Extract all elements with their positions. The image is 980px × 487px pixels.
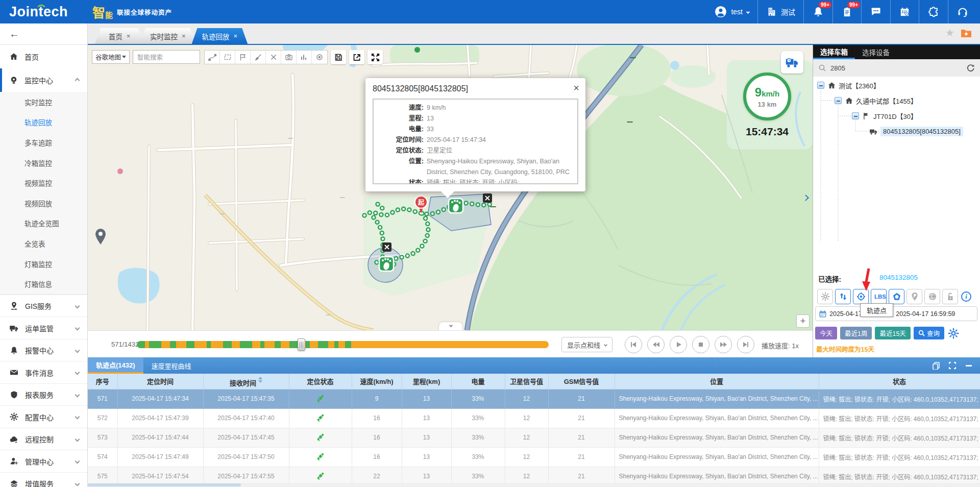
refresh-icon[interactable]: [966, 64, 975, 72]
slider-handle[interactable]: [298, 338, 305, 351]
sidebar-submenu-item[interactable]: 灯箱信息: [0, 274, 87, 294]
track-tool-button[interactable]: i: [960, 289, 972, 304]
right-panel-tab[interactable]: 选择设备: [855, 45, 897, 59]
flag-marker-button[interactable]: [235, 51, 251, 64]
draw-route-button[interactable]: [205, 51, 220, 64]
page-tab[interactable]: 首页×: [95, 28, 144, 44]
column-header[interactable]: 接收时间: [203, 374, 289, 389]
map-search-input[interactable]: 智能搜索: [133, 50, 200, 64]
column-header[interactable]: 速度(km/h): [352, 374, 402, 389]
selected-device-link[interactable]: 8045132805: [879, 274, 918, 281]
clear-draw-button[interactable]: [251, 51, 266, 64]
support-button[interactable]: [948, 0, 980, 23]
sidebar-submenu-item[interactable]: 实时监控: [0, 92, 87, 112]
sidebar-submenu-item[interactable]: 视频监控: [0, 173, 87, 193]
table-row[interactable]: 574 2025-04-17 15:47:49 2025-04-17 15:47…: [88, 447, 980, 467]
quick-range-button[interactable]: 最近15天: [875, 327, 910, 339]
page-tab[interactable]: 实时监控×: [140, 28, 196, 44]
right-panel-tab[interactable]: 选择车箱: [813, 45, 855, 59]
fast-forward-button[interactable]: [715, 336, 732, 353]
sidebar-submenu-item[interactable]: 视频回放: [0, 193, 87, 213]
skip-start-button[interactable]: [625, 336, 642, 353]
sidebar-group-item[interactable]: 管理中心: [0, 450, 87, 472]
fullscreen-icon[interactable]: [948, 361, 957, 370]
sidebar-group-item[interactable]: 远程控制: [0, 428, 87, 450]
sidebar-group-item[interactable]: 报表服务: [0, 383, 87, 406]
horizontal-scrollbar[interactable]: [88, 483, 980, 487]
fullscreen-map-button[interactable]: [368, 50, 383, 64]
sidebar-group-item[interactable]: GIS服务: [0, 295, 87, 317]
column-header[interactable]: GSM信号值: [548, 374, 615, 389]
date-range-input[interactable]: 2025-04-17 00:00:00 - 2025-04-17 16:59:5…: [815, 306, 977, 321]
query-button[interactable]: 查询: [914, 327, 944, 339]
search-input[interactable]: 2805: [830, 64, 966, 72]
sidebar-item-monitor-center[interactable]: 监控中心: [0, 68, 87, 92]
chart-button[interactable]: [297, 51, 312, 64]
track-tool-button[interactable]: [835, 289, 851, 304]
quick-range-button[interactable]: 今天: [815, 327, 837, 339]
tree-node[interactable]: JT701D【30】: [813, 108, 980, 124]
track-tool-button[interactable]: LBS: [871, 289, 887, 304]
sidebar-group-item[interactable]: 报警中心: [0, 339, 87, 361]
close-tab-icon[interactable]: ×: [127, 32, 131, 40]
screenshot-button[interactable]: [281, 51, 297, 64]
sidebar-item-home[interactable]: 首页: [0, 45, 87, 68]
schedule-button[interactable]: [891, 0, 919, 23]
collapse-map-button[interactable]: [439, 322, 462, 330]
messages-button[interactable]: [862, 0, 890, 23]
sidebar-submenu-item[interactable]: 多车追踪: [0, 132, 87, 153]
tasks-button[interactable]: 99+: [833, 0, 861, 23]
user-menu[interactable]: test: [706, 0, 757, 23]
column-header[interactable]: 里程(km): [402, 374, 451, 389]
playback-slider[interactable]: [137, 341, 549, 348]
close-tab-icon[interactable]: ×: [234, 32, 238, 40]
map-type-select[interactable]: 谷歌地图: [92, 50, 130, 64]
bottom-tab[interactable]: 速度里程曲线: [143, 357, 200, 374]
tree-node[interactable]: 测试【2360】: [813, 78, 980, 93]
display-mode-select[interactable]: 显示点和线: [561, 337, 612, 352]
column-header[interactable]: 定位时间: [117, 374, 203, 389]
sidebar-submenu-item[interactable]: 冷箱监控: [0, 153, 87, 173]
track-tool-button[interactable]: [889, 289, 904, 304]
expand-panel-chevron[interactable]: [803, 194, 808, 202]
quick-range-button[interactable]: 最近1周: [840, 327, 872, 339]
sidebar-submenu-item[interactable]: 轨迹回放: [0, 112, 87, 133]
track-tool-button[interactable]: [942, 289, 958, 304]
track-tool-button[interactable]: [906, 289, 922, 304]
popup-close-icon[interactable]: ×: [573, 82, 579, 94]
page-tab[interactable]: 轨迹回放×: [192, 28, 248, 44]
stop-button[interactable]: [692, 336, 709, 353]
sidebar-group-item[interactable]: 运单监管: [0, 316, 87, 339]
column-header[interactable]: 状态: [819, 374, 980, 389]
column-header[interactable]: 位置: [615, 374, 819, 389]
sidebar-group-item[interactable]: 事件消息: [0, 361, 87, 383]
skip-end-button[interactable]: [737, 336, 754, 353]
copy-icon[interactable]: [932, 361, 940, 370]
favorites-folder-icon[interactable]: [961, 28, 972, 38]
table-row[interactable]: 571 2025-04-17 15:47:34 2025-04-17 15:47…: [88, 389, 980, 408]
tree-expander[interactable]: [817, 82, 824, 89]
sidebar-group-item[interactable]: 增值服务: [0, 472, 87, 487]
close-tab-icon[interactable]: ×: [182, 32, 186, 40]
column-header[interactable]: 定位状态: [289, 374, 352, 389]
company-menu[interactable]: 测试: [758, 0, 803, 23]
sidebar-submenu-item[interactable]: 轨迹全览图: [0, 213, 87, 234]
collapse-sidebar-button[interactable]: ←: [0, 23, 87, 45]
zoom-in-button[interactable]: +: [796, 314, 810, 328]
minimize-icon[interactable]: [965, 361, 973, 370]
tree-expander[interactable]: [835, 97, 842, 104]
sidebar-group-item[interactable]: 配置中心: [0, 405, 87, 428]
tree-node[interactable]: 久通中试部【1455】: [813, 93, 980, 108]
play-button[interactable]: [670, 336, 687, 353]
export-button[interactable]: [349, 50, 364, 64]
delete-button[interactable]: [266, 51, 281, 64]
favorite-star-icon[interactable]: ★: [945, 28, 954, 38]
tree-node[interactable]: 8045132805[8045132805]: [813, 124, 980, 139]
rewind-button[interactable]: [647, 336, 665, 353]
table-row[interactable]: 573 2025-04-17 15:47:44 2025-04-17 15:47…: [88, 428, 980, 447]
map-canvas[interactable]: 起 谷歌地图 智能搜索: [88, 45, 813, 330]
track-tool-button[interactable]: [853, 289, 869, 304]
sidebar-submenu-item[interactable]: 灯箱监控: [0, 254, 87, 274]
column-header[interactable]: 卫星信号值: [505, 374, 548, 389]
sidebar-submenu-item[interactable]: 全览表: [0, 233, 87, 254]
